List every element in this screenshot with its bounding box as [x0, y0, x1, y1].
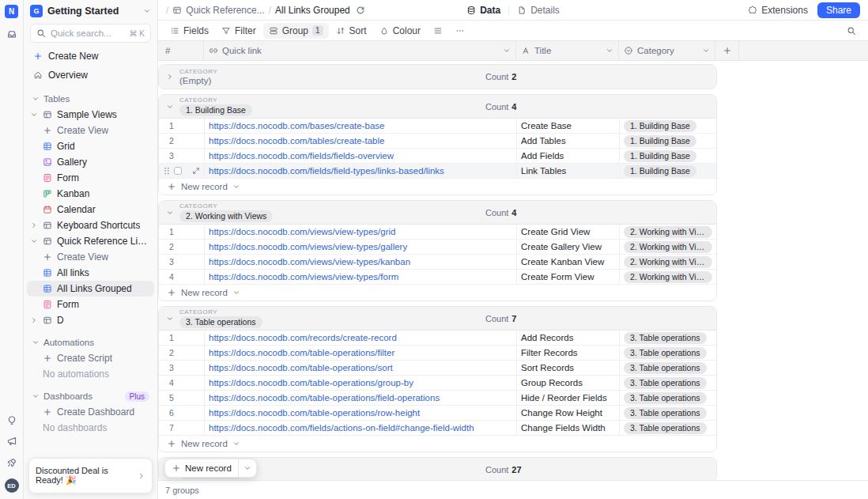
create-new-button[interactable]: Create New	[27, 47, 154, 66]
title-cell[interactable]: Create Grid View	[517, 225, 620, 239]
colour-button[interactable]: Colour	[374, 23, 426, 39]
sidebar-table-d[interactable]: D	[27, 312, 154, 328]
row-checkbox[interactable]	[174, 167, 182, 175]
row-number-cell[interactable]: 4	[159, 376, 205, 390]
tab-details[interactable]: Details	[517, 5, 560, 16]
category-cell[interactable]: 3. Table operations	[620, 346, 716, 360]
category-cell[interactable]: 3. Table operations	[620, 406, 716, 420]
sidebar-item-overview[interactable]: Overview	[27, 66, 154, 85]
sidebar-view-calendar[interactable]: Calendar	[27, 202, 154, 217]
quick-link-cell[interactable]: https://docs.nocodb.com/fields/actions-o…	[205, 421, 517, 435]
whats-new-megaphone-icon[interactable]	[6, 436, 17, 447]
row-number-cell[interactable]: 7	[159, 421, 205, 435]
table-row[interactable]: 1 https://docs.nocodb.com/views/view-typ…	[159, 225, 716, 240]
group-header[interactable]: CATEGORY 2. Working with Views Count 4	[159, 201, 716, 225]
inbox-icon[interactable]	[6, 28, 17, 40]
base-switcher[interactable]: G Getting Started	[24, 0, 157, 21]
quick-link-cell[interactable]: https://docs.nocodb.com/table-operations…	[205, 346, 517, 360]
column-menu-chevron-icon[interactable]	[702, 47, 710, 55]
category-cell[interactable]: 2. Working with Views	[620, 255, 716, 269]
table-row[interactable]: 4 https://docs.nocodb.com/table-operatio…	[159, 376, 716, 391]
title-cell[interactable]: Create Form View	[517, 270, 620, 284]
category-cell[interactable]: 2. Working with Views	[620, 270, 716, 284]
category-cell[interactable]: 3. Table operations	[620, 331, 716, 345]
row-number-cell[interactable]: 3	[159, 255, 205, 269]
title-cell[interactable]: Create Gallery View	[517, 240, 620, 254]
table-row[interactable]: 3 https://docs.nocodb.com/fields/fields-…	[159, 149, 716, 164]
url-value[interactable]: https://docs.nocodb.com/views/view-types…	[209, 257, 410, 267]
url-value[interactable]: https://docs.nocodb.com/tables/create-ta…	[209, 136, 384, 146]
add-column-button[interactable]	[715, 41, 739, 60]
sidebar-view-all-links-grouped[interactable]: All Links Grouped	[27, 281, 154, 297]
row-number-cell[interactable]: 3	[159, 361, 205, 375]
category-cell[interactable]: 3. Table operations	[620, 361, 716, 375]
quick-link-cell[interactable]: https://docs.nocodb.com/table-operations…	[205, 376, 517, 390]
table-row[interactable]: 7 https://docs.nocodb.com/fields/actions…	[159, 421, 716, 436]
group-new-record-button[interactable]: New record	[159, 179, 716, 195]
quick-link-cell[interactable]: https://docs.nocodb.com/views/view-types…	[205, 270, 517, 284]
sidebar-view-grid[interactable]: Grid	[27, 138, 154, 154]
promo-banner[interactable]: Discounted Deal is Ready! 🎉	[28, 458, 153, 493]
url-value[interactable]: https://docs.nocodb.com/views/view-types…	[209, 272, 398, 282]
breadcrumb-view-name[interactable]: All Links Grouped	[275, 5, 350, 16]
column-menu-chevron-icon[interactable]	[606, 47, 613, 55]
group-by-button[interactable]: Group 1	[263, 23, 329, 39]
title-cell[interactable]: Create Base	[517, 119, 620, 133]
nocodb-logo[interactable]: N	[5, 5, 18, 18]
table-row[interactable]: 3 https://docs.nocodb.com/table-operatio…	[159, 361, 716, 376]
title-cell[interactable]: Change Fields Width	[517, 421, 620, 435]
sort-button[interactable]: Sort	[330, 23, 372, 39]
row-number-cell[interactable]: 1	[159, 225, 205, 239]
row-number-cell[interactable]: 2	[159, 134, 205, 148]
filter-button[interactable]: Filter	[216, 23, 262, 39]
row-number-cell[interactable]: 4	[159, 270, 205, 284]
quick-link-cell[interactable]: https://docs.nocodb.com/tables/create-ta…	[205, 134, 517, 148]
quick-link-cell[interactable]: https://docs.nocodb.com/views/view-types…	[205, 225, 517, 239]
title-cell[interactable]: Add Records	[517, 331, 620, 345]
row-number-cell[interactable]: 3	[159, 149, 205, 163]
title-cell[interactable]: Add Fields	[517, 149, 620, 163]
category-cell[interactable]: 3. Table operations	[620, 376, 716, 390]
help-bulb-icon[interactable]	[6, 414, 17, 425]
sidebar-view-gallery[interactable]: Gallery	[27, 154, 154, 170]
url-value[interactable]: https://docs.nocodb.com/fields/fields-ov…	[209, 151, 394, 161]
title-cell[interactable]: Add Tables	[517, 134, 620, 148]
url-value[interactable]: https://docs.nocodb.com/fields/field-typ…	[209, 166, 444, 176]
expand-record-button[interactable]	[192, 167, 200, 175]
row-height-button[interactable]	[428, 24, 448, 38]
table-row[interactable]: https://docs.nocodb.com/fields/field-typ…	[159, 164, 716, 179]
extensions-button[interactable]: Extensions	[748, 5, 808, 16]
quick-search-input[interactable]: Quick search... ⌘ K	[30, 24, 151, 43]
table-row[interactable]: 3 https://docs.nocodb.com/views/view-typ…	[159, 255, 716, 270]
row-number-cell[interactable]	[159, 164, 205, 178]
sidebar-view-kanban[interactable]: Kanban	[27, 186, 154, 202]
url-value[interactable]: https://docs.nocodb.com/table-operations…	[209, 408, 420, 418]
category-cell[interactable]: 1. Building Base	[620, 119, 716, 133]
title-cell[interactable]: Filter Records	[517, 346, 620, 360]
sidebar-view-all-links[interactable]: All links	[27, 265, 154, 281]
row-number-cell[interactable]: 1	[159, 331, 205, 345]
group-header[interactable]: CATEGORY (Empty) Count 2	[159, 65, 716, 89]
quick-link-cell[interactable]: https://docs.nocodb.com/fields/fields-ov…	[205, 149, 517, 163]
url-value[interactable]: https://docs.nocodb.com/views/view-types…	[209, 227, 396, 236]
sidebar-view-form[interactable]: Form	[27, 297, 154, 312]
new-record-button[interactable]: New record	[164, 459, 257, 478]
quick-link-cell[interactable]: https://docs.nocodb.com/fields/field-typ…	[205, 164, 517, 178]
more-options-button[interactable]	[450, 24, 470, 38]
quick-link-cell[interactable]: https://docs.nocodb.com/table-operations…	[205, 406, 517, 420]
title-cell[interactable]: Sort Records	[517, 361, 620, 375]
category-cell[interactable]: 2. Working with Views	[620, 240, 716, 254]
quick-link-cell[interactable]: https://docs.nocodb.com/views/view-types…	[205, 255, 517, 269]
group-new-record-button[interactable]: New record	[159, 285, 716, 301]
row-number-cell[interactable]: 2	[159, 346, 205, 360]
row-number-cell[interactable]: 2	[159, 240, 205, 254]
column-menu-chevron-icon[interactable]	[503, 47, 511, 55]
tab-data[interactable]: Data	[466, 5, 500, 16]
table-row[interactable]: 1 https://docs.nocodb.com/bases/create-b…	[159, 119, 716, 134]
automations-section-header[interactable]: Automations	[24, 335, 157, 350]
url-value[interactable]: https://docs.nocodb.com/table-operations…	[209, 348, 394, 357]
category-cell[interactable]: 1. Building Base	[620, 134, 716, 148]
column-header-title[interactable]: Title	[516, 41, 619, 60]
group-header[interactable]: CATEGORY 3. Table operations Count 7	[159, 307, 716, 331]
url-value[interactable]: https://docs.nocodb.com/table-operations…	[209, 393, 440, 403]
